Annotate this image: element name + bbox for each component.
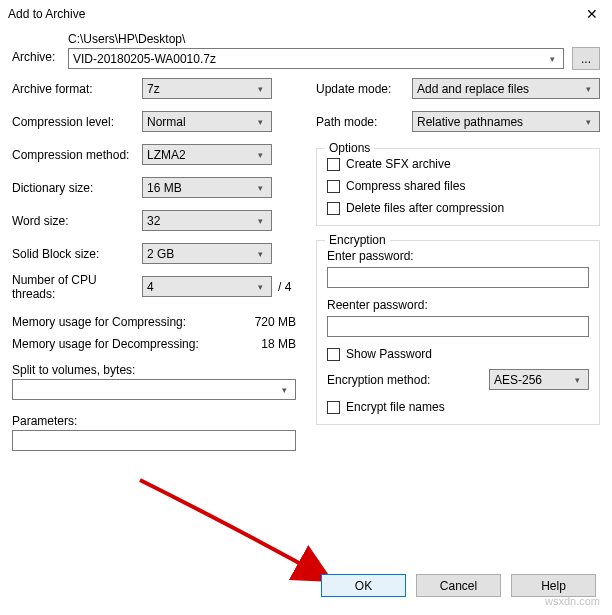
split-combo[interactable]: ▾ [12,379,296,400]
dict-combo[interactable]: 16 MB▾ [142,177,272,198]
threads-total: / 4 [278,280,291,294]
threads-label: Number of CPU threads: [12,273,142,301]
word-label: Word size: [12,214,142,228]
chevron-down-icon: ▾ [253,282,267,292]
update-combo[interactable]: Add and replace files▾ [412,78,600,99]
memc-value: 720 MB [255,315,296,329]
help-button[interactable]: Help [511,574,596,597]
chevron-down-icon: ▾ [253,216,267,226]
encryption-group: Encryption Enter password: Reenter passw… [316,240,600,425]
update-label: Update mode: [316,82,412,96]
split-label: Split to volumes, bytes: [12,363,296,377]
reenter-password-label: Reenter password: [327,298,589,312]
block-combo[interactable]: 2 GB▾ [142,243,272,264]
options-legend: Options [325,141,374,155]
pathmode-combo[interactable]: Relative pathnames▾ [412,111,600,132]
archive-path: C:\Users\HP\Desktop\ [68,32,564,46]
chevron-down-icon: ▾ [570,375,584,385]
format-combo[interactable]: 7z▾ [142,78,272,99]
word-combo[interactable]: 32▾ [142,210,272,231]
watermark: wsxdn.com [545,595,600,607]
level-label: Compression level: [12,115,142,129]
enc-method-combo[interactable]: AES-256▾ [489,369,589,390]
params-input[interactable] [12,430,296,451]
chevron-down-icon: ▾ [581,117,595,127]
cancel-button[interactable]: Cancel [416,574,501,597]
chevron-down-icon: ▾ [253,117,267,127]
memd-label: Memory usage for Decompressing: [12,337,199,351]
chevron-down-icon: ▾ [545,54,559,64]
enter-password-label: Enter password: [327,249,589,263]
chevron-down-icon: ▾ [581,84,595,94]
enter-password-input[interactable] [327,267,589,288]
method-combo[interactable]: LZMA2▾ [142,144,272,165]
enc-method-label: Encryption method: [327,373,489,387]
ok-button[interactable]: OK [321,574,406,597]
show-password-checkbox[interactable]: Show Password [327,347,589,361]
threads-combo[interactable]: 4▾ [142,276,272,297]
delete-checkbox[interactable]: Delete files after compression [327,201,589,215]
window-title: Add to Archive [8,7,85,21]
chevron-down-icon: ▾ [253,150,267,160]
memd-value: 18 MB [261,337,296,351]
chevron-down-icon: ▾ [277,385,291,395]
browse-button[interactable]: ... [572,47,600,70]
archive-label: Archive: [12,32,68,64]
archive-filename-combo[interactable]: VID-20180205-WA0010.7z ▾ [68,48,564,69]
level-combo[interactable]: Normal▾ [142,111,272,132]
checkbox-icon [327,348,340,361]
checkbox-icon [327,202,340,215]
block-label: Solid Block size: [12,247,142,261]
checkbox-icon [327,180,340,193]
reenter-password-input[interactable] [327,316,589,337]
format-label: Archive format: [12,82,142,96]
chevron-down-icon: ▾ [253,183,267,193]
encryption-legend: Encryption [325,233,390,247]
shared-checkbox[interactable]: Compress shared files [327,179,589,193]
chevron-down-icon: ▾ [253,84,267,94]
encrypt-names-checkbox[interactable]: Encrypt file names [327,400,589,414]
archive-filename: VID-20180205-WA0010.7z [73,52,545,66]
params-label: Parameters: [12,414,296,428]
pathmode-label: Path mode: [316,115,412,129]
close-icon[interactable]: ✕ [572,0,612,28]
sfx-checkbox[interactable]: Create SFX archive [327,157,589,171]
method-label: Compression method: [12,148,142,162]
memc-label: Memory usage for Compressing: [12,315,186,329]
dict-label: Dictionary size: [12,181,142,195]
chevron-down-icon: ▾ [253,249,267,259]
checkbox-icon [327,158,340,171]
checkbox-icon [327,401,340,414]
options-group: Options Create SFX archive Compress shar… [316,148,600,226]
